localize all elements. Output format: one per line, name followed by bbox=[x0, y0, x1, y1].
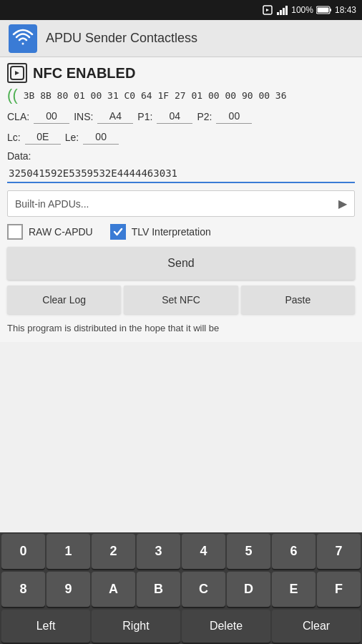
svg-rect-2 bbox=[280, 10, 282, 15]
le-label: Le: bbox=[65, 132, 79, 143]
ins-input[interactable] bbox=[97, 109, 133, 124]
apdu-fields-row1: CLA: INS: P1: P2: bbox=[7, 109, 355, 124]
keyboard-row-3: Left Right Delete Clear bbox=[0, 608, 362, 644]
clear-log-button[interactable]: Clear Log bbox=[7, 286, 121, 314]
p2-input[interactable] bbox=[216, 109, 252, 124]
data-input[interactable] bbox=[7, 165, 355, 183]
key-2[interactable]: 2 bbox=[92, 534, 135, 569]
tlv-checkbox[interactable] bbox=[110, 224, 126, 240]
ins-label: INS: bbox=[74, 111, 93, 122]
builtin-apdus-dropdown[interactable]: Built-in APDUs... ▶ bbox=[7, 190, 355, 217]
key-c[interactable]: C bbox=[182, 572, 225, 607]
svg-rect-7 bbox=[317, 8, 328, 13]
nfc-wave-row: )) 3B 8B 80 01 00 31 C0 64 1F 27 01 00 0… bbox=[7, 86, 355, 104]
tlv-label: TLV Interpretation bbox=[132, 226, 211, 238]
title-bar: APDU Sender Contactless bbox=[0, 20, 362, 57]
cla-input[interactable] bbox=[34, 109, 69, 124]
cla-label: CLA: bbox=[7, 111, 29, 122]
key-0[interactable]: 0 bbox=[1, 534, 45, 569]
keyboard-row-1: 0 1 2 3 4 5 6 7 bbox=[0, 532, 362, 570]
key-7[interactable]: 7 bbox=[317, 534, 361, 569]
dropdown-arrow-icon: ▶ bbox=[338, 197, 347, 210]
lc-input[interactable] bbox=[25, 130, 61, 145]
battery-text: 100% bbox=[291, 5, 313, 15]
data-label: Data: bbox=[7, 150, 355, 162]
wifi-icon bbox=[12, 28, 34, 49]
paste-button[interactable]: Paste bbox=[241, 286, 355, 314]
main-content: NFC ENABLED )) 3B 8B 80 01 00 31 C0 64 1… bbox=[0, 57, 362, 342]
nfc-status-icon bbox=[261, 5, 274, 15]
nfc-status-row: NFC ENABLED bbox=[7, 63, 355, 83]
tlv-checkbox-item[interactable]: TLV Interpretation bbox=[110, 224, 211, 240]
apdu-fields-row2: Lc: Le: bbox=[7, 130, 355, 145]
key-right[interactable]: Right bbox=[92, 610, 180, 643]
keyboard-row-2: 8 9 A B C D E F bbox=[0, 570, 362, 608]
checkmark-icon bbox=[113, 227, 123, 237]
status-bar: 100% 18:43 bbox=[0, 0, 362, 20]
key-4[interactable]: 4 bbox=[182, 534, 225, 569]
svg-rect-4 bbox=[285, 6, 288, 15]
svg-rect-3 bbox=[283, 8, 285, 15]
nfc-icon-box bbox=[7, 63, 27, 83]
key-1[interactable]: 1 bbox=[47, 534, 90, 569]
nfc-enabled-icon bbox=[10, 66, 24, 80]
key-e[interactable]: E bbox=[272, 572, 315, 607]
key-6[interactable]: 6 bbox=[272, 534, 315, 569]
key-8[interactable]: 8 bbox=[1, 572, 45, 607]
checkbox-row: RAW C-APDU TLV Interpretation bbox=[7, 224, 355, 240]
hex-keyboard: 0 1 2 3 4 5 6 7 8 9 A B C D E F Left Rig… bbox=[0, 532, 362, 644]
set-nfc-button[interactable]: Set NFC bbox=[124, 286, 238, 314]
status-icons: 100% 18:43 bbox=[261, 5, 356, 15]
nfc-enabled-text: NFC ENABLED bbox=[33, 65, 135, 82]
info-text: This program is distributed in the hope … bbox=[7, 320, 355, 336]
raw-capdu-checkbox[interactable] bbox=[7, 224, 23, 240]
le-input[interactable] bbox=[83, 130, 119, 145]
send-button[interactable]: Send bbox=[7, 247, 355, 280]
key-9[interactable]: 9 bbox=[47, 572, 90, 607]
lc-label: Lc: bbox=[7, 132, 21, 143]
key-d[interactable]: D bbox=[227, 572, 270, 607]
key-clear[interactable]: Clear bbox=[272, 610, 361, 643]
app-title: APDU Sender Contactless bbox=[46, 31, 197, 46]
p1-input[interactable] bbox=[157, 109, 192, 124]
action-buttons-row: Clear Log Set NFC Paste bbox=[7, 286, 355, 314]
p2-label: P2: bbox=[197, 111, 212, 122]
time-text: 18:43 bbox=[335, 5, 356, 15]
signal-icon bbox=[277, 5, 288, 15]
svg-rect-1 bbox=[277, 12, 279, 15]
key-b[interactable]: B bbox=[137, 572, 180, 607]
svg-rect-6 bbox=[330, 9, 331, 11]
dropdown-text: Built-in APDUs... bbox=[15, 198, 89, 210]
key-f[interactable]: F bbox=[317, 572, 361, 607]
nfc-wave-data: 3B 8B 80 01 00 31 C0 64 1F 27 01 00 00 9… bbox=[24, 90, 287, 101]
battery-icon bbox=[316, 6, 332, 14]
raw-capdu-checkbox-item[interactable]: RAW C-APDU bbox=[7, 224, 93, 240]
p1-label: P1: bbox=[137, 111, 152, 122]
key-delete[interactable]: Delete bbox=[182, 610, 270, 643]
key-5[interactable]: 5 bbox=[227, 534, 270, 569]
app-icon bbox=[9, 24, 37, 53]
wave-icon: )) bbox=[7, 86, 18, 104]
key-3[interactable]: 3 bbox=[137, 534, 180, 569]
key-a[interactable]: A bbox=[92, 572, 135, 607]
key-left[interactable]: Left bbox=[1, 610, 90, 643]
raw-capdu-label: RAW C-APDU bbox=[29, 226, 93, 238]
